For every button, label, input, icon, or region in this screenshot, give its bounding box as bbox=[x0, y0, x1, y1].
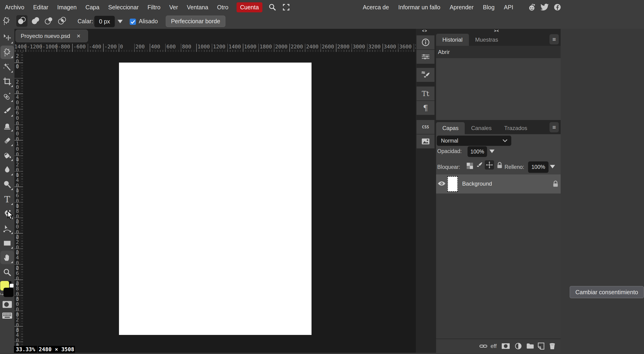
healing-tool[interactable] bbox=[0, 89, 14, 103]
history-empty-area bbox=[436, 58, 561, 120]
hand-tool[interactable] bbox=[0, 251, 14, 264]
menu-seleccionar[interactable]: Seleccionar bbox=[104, 4, 143, 11]
tab-capas[interactable]: Capas bbox=[436, 122, 465, 134]
swap-colors-icon[interactable] bbox=[0, 292, 4, 297]
menu-imagen[interactable]: Imagen bbox=[53, 4, 81, 11]
tab-muestras[interactable]: Muestras bbox=[469, 34, 504, 46]
lock-all-icon[interactable] bbox=[496, 162, 503, 169]
default-colors-icon-white[interactable] bbox=[10, 284, 14, 288]
rectangle-tool[interactable] bbox=[0, 236, 14, 250]
effects-icon[interactable]: eff bbox=[490, 342, 498, 350]
history-panel-menu-button[interactable]: ≡ bbox=[550, 34, 559, 44]
menu-ver[interactable]: Ver bbox=[165, 4, 182, 11]
tab-historial[interactable]: Historial bbox=[436, 34, 469, 46]
add-to-selection[interactable] bbox=[30, 15, 41, 27]
reddit-icon[interactable] bbox=[528, 3, 536, 11]
refine-edge-button[interactable]: Perfeccionar borde bbox=[166, 15, 226, 27]
fullscreen-icon[interactable] bbox=[282, 3, 290, 11]
layers-panel-menu-button[interactable]: ≡ bbox=[550, 122, 559, 132]
gradient-tool[interactable] bbox=[0, 149, 14, 162]
menu-capa[interactable]: Capa bbox=[81, 4, 104, 11]
brush-settings-panel-icon[interactable] bbox=[416, 68, 434, 82]
fill-dropdown-arrow[interactable] bbox=[550, 165, 555, 168]
menu-api[interactable]: API bbox=[499, 4, 518, 11]
facebook-icon[interactable] bbox=[553, 3, 562, 11]
info-panel-icon[interactable] bbox=[416, 35, 434, 49]
menu-filtro[interactable]: Filtro bbox=[143, 4, 165, 11]
menu-ventana[interactable]: Ventana bbox=[182, 4, 213, 11]
link-icon[interactable] bbox=[479, 342, 488, 350]
blur-tool[interactable] bbox=[0, 163, 14, 177]
lock-paint-icon[interactable] bbox=[476, 162, 483, 169]
layer-thumbnail[interactable] bbox=[447, 176, 458, 192]
feather-dropdown-arrow[interactable] bbox=[118, 20, 123, 23]
move-tool[interactable] bbox=[0, 31, 14, 45]
keyboard-shortcuts-button[interactable] bbox=[0, 309, 14, 323]
canvas-page[interactable] bbox=[119, 62, 312, 335]
adjustment-icon[interactable] bbox=[514, 342, 522, 350]
lock-transparency-icon[interactable] bbox=[466, 162, 474, 170]
opacity-dropdown-arrow[interactable] bbox=[490, 150, 494, 153]
lock-move-icon[interactable] bbox=[485, 160, 494, 170]
menu-account[interactable]: Cuenta bbox=[236, 2, 262, 12]
fill-input[interactable]: 100% bbox=[528, 161, 548, 173]
opacity-input[interactable]: 100% bbox=[468, 146, 487, 157]
layer-visibility-eye-icon[interactable] bbox=[438, 180, 446, 187]
menu-informar-un-fallo[interactable]: Informar un fallo bbox=[394, 4, 445, 11]
character-panel-icon[interactable]: Tt bbox=[416, 86, 434, 100]
new-selection[interactable] bbox=[16, 15, 28, 27]
background-color-swatch[interactable] bbox=[4, 288, 14, 297]
search-icon[interactable] bbox=[268, 3, 276, 11]
folder-icon[interactable] bbox=[526, 342, 534, 350]
blend-mode-select[interactable]: Normal bbox=[437, 136, 511, 146]
layer-lock-icon bbox=[552, 180, 559, 188]
document-tab-close-icon[interactable]: × bbox=[76, 32, 80, 40]
type-tool[interactable]: T bbox=[0, 193, 14, 206]
menu-blog[interactable]: Blog bbox=[478, 4, 499, 11]
layer-row-background[interactable]: Background bbox=[436, 174, 561, 194]
antialias-checkbox[interactable] bbox=[130, 18, 136, 25]
new-layer-icon[interactable] bbox=[537, 342, 545, 350]
mask-icon[interactable] bbox=[502, 342, 510, 350]
delete-icon[interactable] bbox=[548, 342, 556, 350]
crop-tool[interactable] bbox=[0, 75, 14, 88]
magic-wand-tool[interactable] bbox=[0, 60, 14, 74]
menu-editar[interactable]: Editar bbox=[29, 4, 52, 11]
social-icons bbox=[524, 3, 562, 11]
collapse-panel-left-control[interactable]: <> bbox=[422, 29, 428, 33]
lasso-tool[interactable] bbox=[0, 45, 14, 59]
clone-stamp-tool[interactable] bbox=[0, 119, 14, 133]
right-panel-zone: <> >< Tt¶CSS HistorialMuestras ≡ Abrir C… bbox=[416, 29, 561, 353]
document-tab[interactable]: Proyecto nuevo.psd × bbox=[15, 29, 88, 42]
tab-canales[interactable]: Canales bbox=[465, 122, 498, 134]
feather-input[interactable]: 0 px bbox=[94, 16, 115, 27]
consent-button[interactable]: Cambiar consentimiento bbox=[570, 286, 644, 298]
collapse-panel-right-control[interactable]: >< bbox=[494, 29, 500, 33]
history-entry[interactable]: Abrir bbox=[436, 46, 561, 58]
menu-acerca-de[interactable]: Acerca de bbox=[358, 4, 394, 11]
path-select-tool[interactable] bbox=[0, 222, 14, 235]
brush-tool[interactable] bbox=[0, 104, 14, 118]
menu-otro[interactable]: Otro bbox=[212, 4, 233, 11]
mouse-cursor bbox=[6, 210, 14, 221]
paragraph-panel-icon[interactable]: ¶ bbox=[416, 101, 434, 115]
intersect-selection[interactable] bbox=[56, 15, 68, 27]
status-zoom[interactable]: 33.33% bbox=[14, 346, 37, 353]
menu-archivo[interactable]: Archivo bbox=[0, 4, 29, 11]
layers-list-empty bbox=[436, 194, 561, 339]
work-area: Proyecto nuevo.psd × -1400-1200-1000-800… bbox=[14, 29, 416, 353]
layers-panel-tabs: CapasCanalesTrazados bbox=[436, 120, 561, 134]
main-menu: ArchivoEditarImagenCapaSeleccionarFiltro… bbox=[0, 2, 290, 12]
twitter-icon[interactable] bbox=[540, 3, 549, 11]
current-tool-icon bbox=[2, 16, 12, 27]
adjustments-panel-icon[interactable] bbox=[416, 50, 434, 64]
subtract-from-selection[interactable] bbox=[43, 15, 54, 27]
photopea-app: ArchivoEditarImagenCapaSeleccionarFiltro… bbox=[0, 0, 644, 354]
css-panel-icon[interactable]: CSS bbox=[416, 120, 434, 134]
tab-trazados[interactable]: Trazados bbox=[498, 122, 534, 134]
dodge-tool[interactable] bbox=[0, 178, 14, 191]
menu-aprender[interactable]: Aprender bbox=[445, 4, 478, 11]
eraser-tool[interactable] bbox=[0, 134, 14, 147]
zoom-tool[interactable] bbox=[0, 266, 14, 279]
image-panel-icon[interactable] bbox=[416, 134, 434, 148]
